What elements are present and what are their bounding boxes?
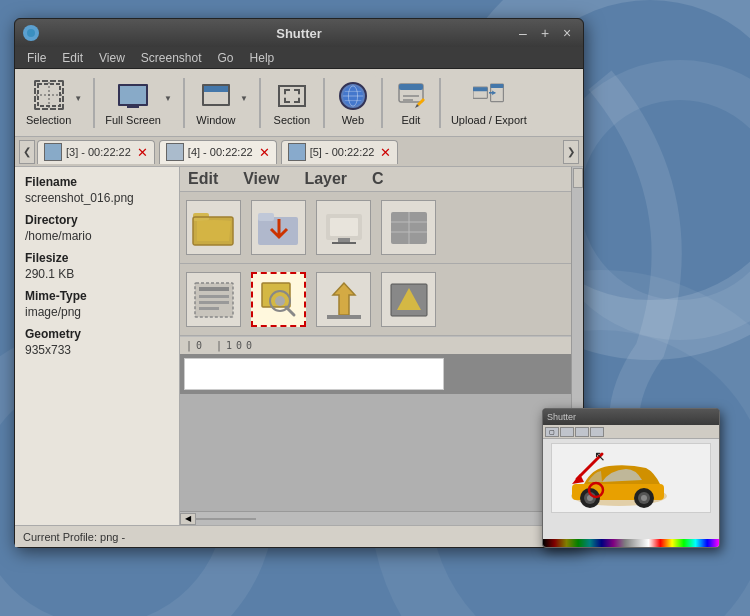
- menu-file[interactable]: File: [19, 49, 54, 67]
- upload-icon-container: [473, 80, 505, 112]
- scrollbar-horizontal[interactable]: ◀ ▶: [180, 511, 583, 525]
- selection-arrow[interactable]: ▼: [73, 94, 83, 111]
- directory-label: Directory: [25, 213, 169, 227]
- fullscreen-button[interactable]: Full Screen ▼: [100, 74, 178, 132]
- monitor-icon: [118, 84, 148, 106]
- mimetype-value: image/png: [25, 305, 169, 319]
- section-button[interactable]: Section: [266, 74, 318, 132]
- fullscreen-arrow[interactable]: ▼: [163, 94, 173, 111]
- tabs-bar: ❮ [3] - 00:22:22 ✕ [4] - 00:22:22 ✕ [5] …: [15, 137, 583, 167]
- web-label: Web: [342, 114, 364, 126]
- tab-1-label: [3] - 00:22:22: [66, 146, 131, 158]
- menu-help[interactable]: Help: [242, 49, 283, 67]
- svg-rect-23: [490, 84, 503, 88]
- filename-value: screenshot_016.png: [25, 191, 169, 205]
- scrollbar-thumb[interactable]: [573, 168, 583, 188]
- selection-button[interactable]: Selection ▼: [21, 74, 88, 132]
- selection-dashed-icon: [34, 80, 64, 110]
- preview-c-text: C: [372, 170, 384, 188]
- minimize-button[interactable]: –: [515, 26, 531, 40]
- window-icon: [200, 79, 232, 111]
- menu-screenshot[interactable]: Screenshot: [133, 49, 210, 67]
- fullscreen-icon: [117, 79, 149, 111]
- thumbnail-canvas: ↖: [551, 443, 711, 513]
- tab-1[interactable]: [3] - 00:22:22 ✕: [37, 140, 155, 164]
- preview-layer-text: Layer: [304, 170, 347, 188]
- ruler-text: |0 |100: [186, 340, 256, 351]
- tabs-next-button[interactable]: ❯: [563, 140, 579, 164]
- preview-image[interactable]: Edit View Layer C: [180, 167, 583, 511]
- geometry-value: 935x733: [25, 343, 169, 357]
- thumbnail-title: Shutter: [547, 412, 576, 422]
- tab-2[interactable]: [4] - 00:22:22 ✕: [159, 140, 277, 164]
- menu-edit[interactable]: Edit: [54, 49, 91, 67]
- svg-rect-41: [199, 287, 229, 291]
- preview-icon-8: [381, 272, 436, 327]
- preview-icon-7: [316, 272, 371, 327]
- titlebar-controls: – + ×: [515, 26, 575, 40]
- sep5: [381, 78, 383, 128]
- car-illustration: [564, 458, 674, 508]
- tab-2-label: [4] - 00:22:22: [188, 146, 253, 158]
- scrollbar-track[interactable]: [196, 518, 567, 520]
- tab-2-close[interactable]: ✕: [259, 145, 270, 160]
- statusbar: Current Profile: png -: [15, 525, 583, 547]
- section-icon: [276, 80, 308, 112]
- filesize-label: Filesize: [25, 251, 169, 265]
- preview-view-text: View: [243, 170, 279, 188]
- scrollbar-h-thumb[interactable]: [196, 518, 256, 520]
- scroll-left-btn[interactable]: ◀: [180, 513, 196, 525]
- sidebar: Filename screenshot_016.png Directory /h…: [15, 167, 180, 525]
- status-text: Current Profile: png -: [23, 531, 125, 543]
- window-arrow[interactable]: ▼: [239, 94, 249, 111]
- thumb-tb-btn-1[interactable]: ▢: [545, 427, 559, 437]
- tabs-prev-button[interactable]: ❮: [19, 140, 35, 164]
- tab-3-thumbnail: [288, 143, 306, 161]
- pencil-icon: [395, 80, 427, 112]
- thumbnail-titlebar: Shutter: [543, 409, 719, 425]
- preview-edit-text: Edit: [188, 170, 218, 188]
- svg-rect-43: [199, 301, 229, 304]
- svg-marker-49: [333, 283, 355, 315]
- svg-rect-21: [473, 87, 487, 91]
- tab-2-thumbnail: [166, 143, 184, 161]
- preview-icon-3: [316, 200, 371, 255]
- svg-rect-42: [199, 295, 229, 298]
- edit-icon-container: [395, 80, 427, 112]
- svg-point-62: [641, 495, 647, 501]
- window-title: Shutter: [276, 26, 322, 41]
- thumb-tb-btn-4[interactable]: [590, 427, 604, 437]
- edit-button[interactable]: Edit: [388, 74, 434, 132]
- svg-rect-31: [258, 213, 274, 221]
- titlebar: Shutter – + ×: [15, 19, 583, 47]
- sep1: [93, 78, 95, 128]
- sep6: [439, 78, 441, 128]
- sep2: [183, 78, 185, 128]
- tab-3[interactable]: [5] - 00:22:22 ✕: [281, 140, 399, 164]
- mimetype-label: Mime-Type: [25, 289, 169, 303]
- preview-icon-1: [186, 200, 241, 255]
- close-button[interactable]: ×: [559, 26, 575, 40]
- selection-label: Selection: [26, 114, 71, 126]
- menubar: File Edit View Screenshot Go Help: [15, 47, 583, 69]
- tab-3-close[interactable]: ✕: [380, 145, 391, 160]
- sep3: [259, 78, 261, 128]
- color-palette-bar[interactable]: [543, 539, 719, 547]
- edit-label: Edit: [401, 114, 420, 126]
- preview-doc-area: [180, 354, 583, 394]
- filename-label: Filename: [25, 175, 169, 189]
- thumb-tb-btn-3[interactable]: [575, 427, 589, 437]
- maximize-button[interactable]: +: [537, 26, 553, 40]
- thumbnail-cursor: ↖: [594, 448, 606, 464]
- menu-view[interactable]: View: [91, 49, 133, 67]
- web-button[interactable]: Web: [330, 74, 376, 132]
- thumb-tb-btn-2[interactable]: [560, 427, 574, 437]
- menu-go[interactable]: Go: [210, 49, 242, 67]
- toolbar: Selection ▼ Full Screen ▼ Window: [15, 69, 583, 137]
- upload-button[interactable]: Upload / Export: [446, 74, 532, 132]
- tab-1-close[interactable]: ✕: [137, 145, 148, 160]
- window-button[interactable]: Window ▼: [190, 74, 254, 132]
- window-widget-icon: [202, 84, 230, 106]
- fullscreen-label: Full Screen: [105, 114, 161, 126]
- preview-icon-4: [381, 200, 436, 255]
